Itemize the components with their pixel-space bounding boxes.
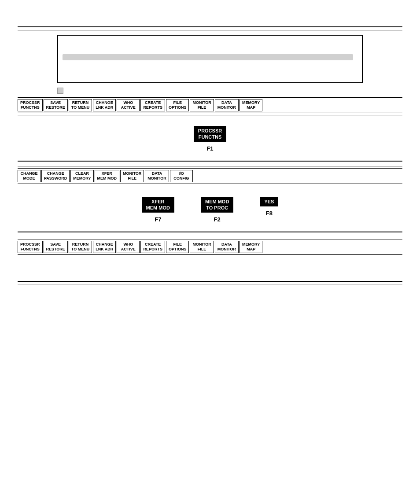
sub-fkey-bar: CHANGE MODECHANGE PASSWORDCLEAR MEMORYXF… [18, 168, 402, 184]
top-fkey-btn-8[interactable]: DATA MONITOR [215, 99, 239, 111]
top-thin-rule [18, 30, 402, 30]
procssr-function-display: PROCSSR FUNCTNS F1 [194, 126, 226, 152]
sub-function-label-0: XFER MEM MOD [142, 197, 174, 213]
divider-6 [18, 237, 402, 237]
bottom-fkey-btn-3[interactable]: CHANGE LNK ADR [93, 241, 116, 253]
bottom-fkey-btn-5[interactable]: CREATE REPORTS [140, 241, 165, 253]
top-rule [18, 26, 402, 27]
bottom-rule [18, 281, 402, 282]
page-container: PROCSSR FUNCTNSSAVE RESTORERETURN TO MEN… [0, 26, 420, 504]
sub-function-label-2: YES [260, 197, 278, 206]
scrollbar[interactable] [63, 54, 353, 60]
top-fkey-btn-1[interactable]: SAVE RESTORE [44, 99, 68, 111]
divider-3 [18, 166, 402, 166]
divider-5 [18, 232, 402, 232]
sub-fkey-btn-3[interactable]: XFER MEM MOD [95, 170, 120, 182]
sub-fkey-btn-0[interactable]: CHANGE MODE [18, 170, 41, 182]
sub-fkey-btn-4[interactable]: MONITOR FILE [120, 170, 144, 182]
sub-function-item-0: XFER MEM MODF7 [142, 197, 174, 223]
top-fkey-btn-2[interactable]: RETURN TO MENU [69, 99, 92, 111]
display-screen [57, 35, 363, 83]
sub-fkey-btn-5[interactable]: DATA MONITOR [145, 170, 169, 182]
bottom-fkey-btn-7[interactable]: MONITOR FILE [190, 241, 214, 253]
sub-fkey-btn-1[interactable]: CHANGE PASSWORD [41, 170, 70, 182]
bottom-fkey-btn-6[interactable]: FILE OPTIONS [166, 241, 189, 253]
top-fkey-btn-3[interactable]: CHANGE LNK ADR [93, 99, 116, 111]
top-fkey-bar: PROCSSR FUNCTNSSAVE RESTORERETURN TO MEN… [18, 97, 402, 113]
sub-fkey-btn-6[interactable]: I/O CONFIG [170, 170, 193, 182]
procssr-center-section: PROCSSR FUNCTNS F1 [0, 117, 420, 157]
bottom-fkey-btn-2[interactable]: RETURN TO MENU [69, 241, 92, 253]
procssr-key-name: F1 [206, 145, 213, 152]
sub-function-item-2: YESF8 [260, 197, 278, 217]
bottom-fkey-bar: PROCSSR FUNCTNSSAVE RESTORERETURN TO MEN… [18, 239, 402, 255]
sub-functions-row: XFER MEM MODF7MEM MOD TO PROCF2YESF8 [0, 188, 420, 228]
procssr-label-box: PROCSSR FUNCTNS [194, 126, 226, 142]
divider-4 [18, 186, 402, 186]
top-fkey-btn-9[interactable]: MEMORY MAP [239, 99, 262, 111]
top-fkey-btn-0[interactable]: PROCSSR FUNCTNS [18, 99, 43, 111]
top-fkey-btn-6[interactable]: FILE OPTIONS [166, 99, 189, 111]
checkbox-indicator [57, 88, 63, 94]
top-fkey-btn-4[interactable]: WHO ACTIVE [117, 99, 140, 111]
bottom-fkey-btn-8[interactable]: DATA MONITOR [215, 241, 239, 253]
sub-function-key-0: F7 [155, 216, 161, 223]
sub-function-key-1: F2 [214, 216, 221, 223]
bottom-thin-rule [18, 284, 402, 284]
divider-2 [18, 161, 402, 162]
sub-function-key-2: F8 [266, 210, 273, 217]
bottom-fkey-btn-1[interactable]: SAVE RESTORE [44, 241, 68, 253]
divider-1 [18, 115, 402, 115]
sub-function-item-1: MEM MOD TO PROCF2 [201, 197, 233, 223]
bottom-fkey-btn-9[interactable]: MEMORY MAP [239, 241, 262, 253]
bottom-fkey-btn-4[interactable]: WHO ACTIVE [117, 241, 140, 253]
top-fkey-btn-5[interactable]: CREATE REPORTS [140, 99, 165, 111]
sub-function-label-1: MEM MOD TO PROC [201, 197, 233, 213]
sub-fkey-btn-2[interactable]: CLEAR MEMORY [70, 170, 93, 182]
bottom-fkey-btn-0[interactable]: PROCSSR FUNCTNS [18, 241, 43, 253]
top-fkey-btn-7[interactable]: MONITOR FILE [190, 99, 214, 111]
